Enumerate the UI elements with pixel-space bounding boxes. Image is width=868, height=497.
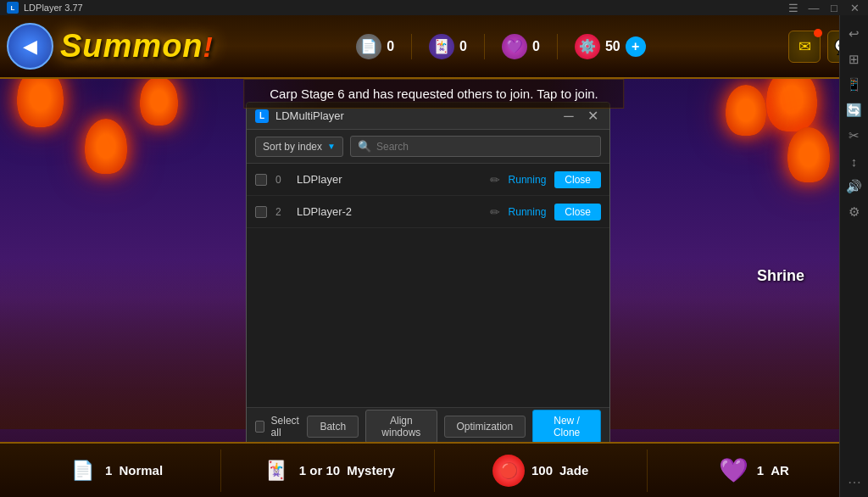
player-0-close-button[interactable]: Close	[554, 171, 601, 188]
player-row: 2 LDPlayer-2 ✏ Running Close	[247, 196, 609, 228]
mystery-label: Mystery	[347, 463, 395, 477]
currency-area: 📄 0 🃏 0 💜 0 ⚙️ 50 +	[214, 34, 788, 59]
player-2-name: LDPlayer-2	[297, 205, 481, 218]
currency-icon-3: 💜	[502, 34, 527, 59]
player-0-edit-icon[interactable]: ✏	[490, 173, 500, 187]
ld-multiplayer-modal: L LDMultiPlayer ─ ✕ Sort by index ▼ 🔍 0 …	[246, 102, 610, 445]
player-2-status: Running	[509, 206, 547, 218]
currency-divider-3	[557, 34, 558, 59]
optimization-button[interactable]: Optimization	[444, 416, 526, 438]
app-name: LDPlayer 3.77	[24, 3, 782, 13]
shrine-label: Shrine	[757, 267, 804, 285]
select-all-checkbox[interactable]	[255, 421, 264, 433]
bottom-action-normal[interactable]: 📄 1 Normal	[8, 455, 220, 487]
normal-label: Normal	[119, 463, 163, 477]
modal-footer: Select all Batch Align windows Optimizat…	[247, 407, 609, 444]
currency-icon-2: 🃏	[429, 34, 454, 59]
currency-item-3: 💜 0	[502, 34, 540, 59]
player-row: 0 LDPlayer ✏ Running Close	[247, 164, 609, 196]
sort-dropdown-arrow-icon: ▼	[327, 142, 336, 151]
maximize-window-btn[interactable]: □	[827, 1, 841, 14]
player-2-index: 2	[275, 206, 288, 218]
player-2-close-button[interactable]: Close	[554, 204, 601, 221]
ar-label: AR	[771, 463, 789, 477]
sidebar-icon-phone[interactable]: 📱	[843, 73, 866, 97]
currency-icon-1: 📄	[356, 34, 381, 59]
jade-count: 100	[531, 463, 553, 477]
modal-minimize-button[interactable]: ─	[560, 108, 577, 125]
sidebar-icon-settings[interactable]: ⚙	[843, 200, 866, 224]
modal-title: LDMultiPlayer	[275, 109, 554, 122]
new-clone-button[interactable]: New / Clone	[532, 410, 601, 444]
currency-icon-4: ⚙️	[575, 34, 600, 59]
normal-card-icon: 📄	[66, 455, 98, 487]
right-sidebar: ↩ ⊞ 📱 🔄 ✂ ↕ 🔊 ⚙ ⋯	[839, 15, 868, 497]
currency-item-2: 🃏 0	[429, 34, 467, 59]
mail-button[interactable]: ✉	[788, 31, 821, 63]
currency-divider-2	[484, 34, 485, 59]
close-window-btn[interactable]: ✕	[848, 1, 861, 14]
sort-dropdown[interactable]: Sort by index ▼	[255, 137, 343, 157]
normal-count: 1	[105, 463, 112, 477]
join-banner[interactable]: Carp Stage 6 and has requested others to…	[243, 79, 624, 109]
modal-app-icon: L	[255, 109, 269, 123]
search-icon: 🔍	[358, 140, 371, 153]
mystery-card-icon: 🃏	[260, 455, 292, 487]
sidebar-icon-grid[interactable]: ⊞	[843, 47, 866, 71]
currency-divider-1	[411, 34, 412, 59]
modal-close-button[interactable]: ✕	[584, 108, 601, 125]
ar-count: 1	[757, 463, 764, 477]
lantern-left-3	[140, 76, 178, 126]
search-input[interactable]	[376, 141, 593, 153]
add-currency-button[interactable]: +	[626, 36, 646, 57]
player-0-name: LDPlayer	[297, 173, 481, 186]
window-controls: ☰ — □ ✕	[787, 1, 861, 14]
bottom-action-jade[interactable]: 🔴 100 Jade	[435, 455, 647, 487]
jade-label: Jade	[559, 463, 588, 477]
player-list: 0 LDPlayer ✏ Running Close 2 LDPlayer-2 …	[247, 164, 609, 407]
modal-toolbar: Sort by index ▼ 🔍	[247, 130, 609, 164]
sidebar-more-icon[interactable]: ⋯	[848, 474, 861, 490]
currency-value-1: 0	[387, 39, 394, 54]
bottom-action-mystery[interactable]: 🃏 1 or 10 Mystery	[221, 455, 433, 487]
jade-icon: 🔴	[492, 455, 525, 487]
currency-value-2: 0	[459, 39, 467, 54]
sort-label: Sort by index	[263, 141, 322, 153]
bottom-action-ar[interactable]: 💜 1 AR	[648, 455, 860, 487]
app-logo: L	[7, 2, 19, 14]
player-0-status: Running	[509, 174, 547, 186]
mail-notification-dot	[814, 29, 822, 37]
sidebar-icon-resize[interactable]: ↕	[843, 149, 866, 173]
sidebar-icon-scissor[interactable]: ✂	[843, 124, 866, 148]
search-box[interactable]: 🔍	[350, 136, 601, 157]
mystery-count: 1 or 10	[299, 463, 340, 477]
app-titlebar: L LDPlayer 3.77 ☰ — □ ✕	[0, 0, 868, 15]
top-bar: ◀ Summon! 📄 0 🃏 0 💜 0 ⚙️ 50 + ✉	[0, 15, 868, 79]
player-2-edit-icon[interactable]: ✏	[490, 205, 500, 219]
select-all-label: Select all	[271, 415, 301, 438]
summon-title: Summon!	[60, 28, 214, 64]
batch-button[interactable]: Batch	[307, 416, 359, 438]
lantern-left-2	[85, 119, 127, 174]
bottom-bar: 📄 1 Normal 🃏 1 or 10 Mystery 🔴 100 Jade …	[0, 442, 868, 497]
currency-item-1: 📄 0	[356, 34, 394, 59]
player-0-index: 0	[275, 174, 288, 186]
back-button[interactable]: ◀	[7, 23, 53, 70]
lantern-right-3	[726, 85, 766, 136]
lantern-right-2	[787, 127, 830, 182]
player-0-checkbox[interactable]	[255, 174, 267, 186]
mail-icon: ✉	[798, 37, 811, 56]
sidebar-icon-back[interactable]: ↩	[843, 22, 866, 46]
player-2-checkbox[interactable]	[255, 206, 267, 218]
align-windows-button[interactable]: Align windows	[365, 410, 437, 444]
sidebar-icon-rotate[interactable]: 🔄	[843, 98, 866, 122]
currency-item-4: ⚙️ 50 +	[575, 34, 646, 59]
minimize-window-btn[interactable]: —	[807, 1, 821, 14]
sidebar-icon-volume[interactable]: 🔊	[843, 175, 866, 198]
currency-value-4: 50	[605, 39, 620, 54]
menu-icon[interactable]: ☰	[787, 1, 800, 14]
currency-value-3: 0	[532, 39, 540, 54]
ar-card-icon: 💜	[718, 455, 750, 487]
